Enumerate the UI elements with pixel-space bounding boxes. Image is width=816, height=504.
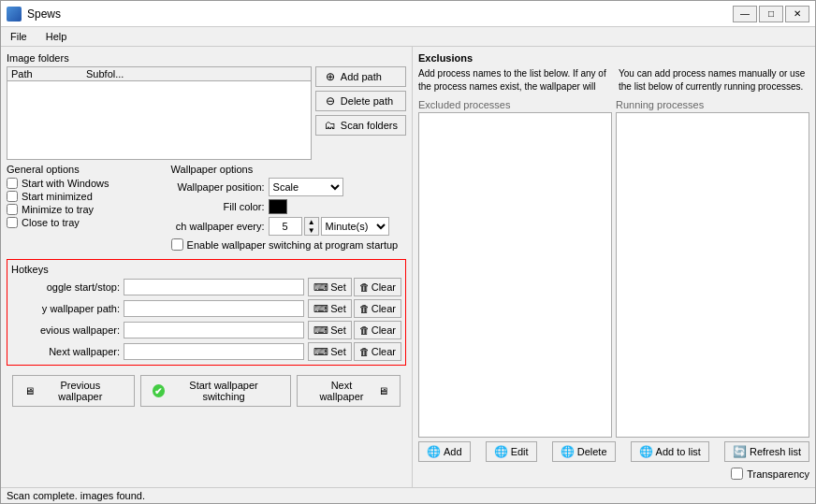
window-title: Spews: [27, 7, 61, 21]
hotkey-toggle-clear-button[interactable]: 🗑 Clear: [354, 278, 401, 296]
enable-switching-checkbox[interactable]: [171, 238, 183, 251]
wallpaper-options: Wallpaper options Wallpaper position: Sc…: [171, 164, 406, 253]
position-select[interactable]: Scale Stretch Fit Center Tile: [269, 178, 343, 196]
hotkey-next-wallpaper-set-button[interactable]: ⌨ Set: [308, 342, 352, 361]
fill-color-box[interactable]: [269, 199, 287, 214]
delete-path-button[interactable]: ⊖ Delete path: [315, 91, 406, 111]
spin-up-button[interactable]: ▲: [305, 218, 318, 226]
spin-down-button[interactable]: ▼: [305, 226, 318, 235]
hotkey-wallpaper-path-clear-button[interactable]: 🗑 Clear: [354, 299, 401, 318]
add-to-list-label: Add to list: [656, 446, 701, 457]
hotkey-next-wallpaper-input[interactable]: [124, 343, 304, 360]
hotkey-prev-wallpaper-buttons: ⌨ Set 🗑 Clear: [308, 321, 401, 339]
hotkey-toggle-input[interactable]: [124, 279, 304, 295]
next-monitor-icon: 🖥: [378, 385, 388, 396]
hotkey-next-wallpaper-label: Next wallpaper:: [11, 346, 124, 357]
set-icon-2: ⌨: [313, 303, 328, 315]
edit-exclusion-label: Edit: [511, 446, 529, 457]
prev-wallpaper-button[interactable]: 🖥 Previous wallpaper: [12, 375, 135, 407]
interval-row: ch wallpaper every: 5 ▲ ▼ Minute(s) Hour…: [171, 217, 406, 236]
add-path-label: Add path: [341, 71, 382, 82]
hotkey-next-wallpaper-clear-button[interactable]: 🗑 Clear: [354, 342, 401, 361]
add-exclusion-icon: 🌐: [427, 445, 441, 458]
close-to-tray-row[interactable]: Close to tray: [7, 217, 164, 228]
interval-input[interactable]: 5: [269, 217, 302, 236]
title-bar-left: Spews: [7, 7, 61, 22]
hotkey-wallpaper-path-set-button[interactable]: ⌨ Set: [308, 299, 352, 318]
position-row: Wallpaper position: Scale Stretch Fit Ce…: [171, 178, 406, 196]
interval-label: ch wallpaper every:: [171, 221, 265, 232]
clear-label-4: Clear: [372, 346, 396, 357]
hotkey-prev-wallpaper-input[interactable]: [124, 322, 304, 338]
start-with-windows-checkbox[interactable]: [7, 178, 18, 189]
hotkey-toggle-set-button[interactable]: ⌨ Set: [308, 278, 352, 296]
hotkey-row-toggle: oggle start/stop: ⌨ Set 🗑 Clear: [11, 278, 401, 296]
set-label-3: Set: [330, 324, 346, 336]
delete-exclusion-label: Delete: [577, 446, 607, 457]
hotkey-wallpaper-path-input[interactable]: [124, 300, 304, 317]
close-to-tray-label: Close to tray: [22, 217, 80, 228]
subfol-col-header: Subfol...: [86, 68, 124, 79]
hotkeys-title: Hotkeys: [11, 264, 401, 275]
title-bar: Spews — □ ✕: [1, 1, 815, 27]
minimize-button[interactable]: —: [733, 6, 757, 22]
clear-label-2: Clear: [372, 303, 396, 314]
image-folders-section: Image folders Path Subfol... ⊕ Add path: [7, 52, 406, 160]
scan-folders-button[interactable]: 🗂 Scan folders: [315, 115, 406, 136]
refresh-list-label: Refresh list: [750, 446, 801, 457]
hotkey-prev-wallpaper-label: evious wallpaper:: [11, 324, 124, 336]
add-to-list-icon: 🌐: [639, 445, 653, 458]
edit-exclusion-button[interactable]: 🌐 Edit: [486, 441, 537, 462]
add-exclusion-button[interactable]: 🌐 Add: [418, 441, 471, 462]
enable-switching-label[interactable]: Enable wallpaper switching at program st…: [171, 238, 399, 251]
exclusions-buttons: 🌐 Add 🌐 Edit 🌐 Delete 🌐 Add to list 🔄: [418, 438, 809, 466]
menu-help[interactable]: Help: [40, 29, 73, 44]
start-minimized-row[interactable]: Start minimized: [7, 191, 164, 202]
close-button[interactable]: ✕: [785, 6, 809, 22]
general-options-title: General options: [7, 164, 164, 175]
image-folders-content: Path Subfol... ⊕ Add path ⊖ Delete path: [7, 66, 406, 160]
next-wallpaper-button[interactable]: Next wallpaper 🖥: [297, 375, 401, 407]
exclusions-title: Exclusions: [418, 52, 809, 64]
add-path-button[interactable]: ⊕ Add path: [315, 66, 406, 87]
interval-unit-select[interactable]: Minute(s) Hour(s) Second(s): [321, 217, 389, 236]
enable-switching-text: Enable wallpaper switching at program st…: [187, 239, 399, 251]
excluded-processes-listbox[interactable]: [418, 112, 612, 438]
wallpaper-options-title: Wallpaper options: [171, 164, 406, 175]
fill-color-row: Fill color:: [171, 199, 406, 214]
exclusions-desc-right: You can add process names manually or us…: [619, 67, 809, 94]
delete-exclusion-icon: 🌐: [561, 445, 575, 458]
hotkey-toggle-buttons: ⌨ Set 🗑 Clear: [308, 278, 401, 296]
refresh-list-button[interactable]: 🔄 Refresh list: [724, 441, 809, 462]
start-with-windows-label: Start with Windows: [22, 178, 109, 189]
hotkey-row-prev-wallpaper: evious wallpaper: ⌨ Set 🗑 Clear: [11, 321, 401, 339]
menu-file[interactable]: File: [5, 29, 33, 44]
add-exclusion-label: Add: [444, 446, 462, 457]
exclusions-desc: Add process names to the list below. If …: [418, 67, 809, 94]
add-to-list-button[interactable]: 🌐 Add to list: [631, 441, 709, 462]
running-processes-label: Running processes: [616, 99, 809, 110]
minimize-to-tray-checkbox[interactable]: [7, 204, 18, 215]
delete-path-label: Delete path: [341, 95, 393, 107]
app-window: Spews — □ ✕ File Help Image folders Path…: [0, 0, 816, 504]
fill-color-label: Fill color:: [171, 201, 265, 212]
hotkey-prev-wallpaper-set-button[interactable]: ⌨ Set: [308, 321, 352, 339]
folder-buttons: ⊕ Add path ⊖ Delete path 🗂 Scan folders: [315, 66, 406, 160]
close-to-tray-checkbox[interactable]: [7, 217, 18, 228]
running-processes-listbox[interactable]: [616, 112, 809, 438]
minimize-to-tray-row[interactable]: Minimize to tray: [7, 204, 164, 215]
prev-monitor-icon: 🖥: [24, 385, 35, 396]
start-minimized-checkbox[interactable]: [7, 191, 18, 202]
start-switching-label: Start wallpaper switching: [168, 380, 279, 402]
refresh-list-icon: 🔄: [733, 445, 747, 458]
menu-bar: File Help: [1, 27, 815, 47]
hotkey-prev-wallpaper-clear-button[interactable]: 🗑 Clear: [354, 321, 401, 339]
start-with-windows-row[interactable]: Start with Windows: [7, 178, 164, 189]
maximize-button[interactable]: □: [759, 6, 783, 22]
transparency-row: Transparency: [418, 466, 809, 482]
transparency-checkbox[interactable]: [731, 468, 743, 480]
start-switching-button[interactable]: ✔ Start wallpaper switching: [140, 375, 291, 407]
clear-icon-3: 🗑: [359, 324, 370, 336]
delete-exclusion-button[interactable]: 🌐 Delete: [552, 441, 616, 462]
minimize-to-tray-label: Minimize to tray: [22, 204, 94, 215]
